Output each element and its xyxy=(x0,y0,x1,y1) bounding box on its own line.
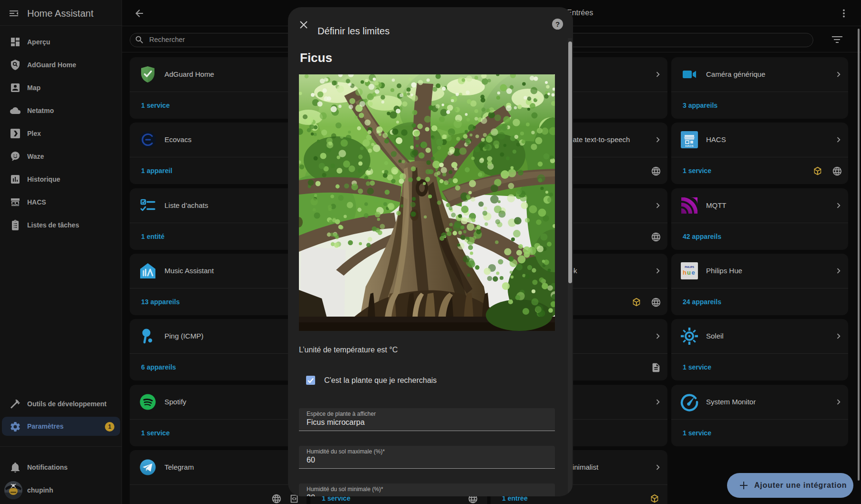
svg-text:h: h xyxy=(683,269,687,276)
svg-text:e: e xyxy=(691,269,695,276)
svg-text:HACS: HACS xyxy=(685,144,694,147)
svg-text:u: u xyxy=(687,269,691,276)
svg-text:PHILIPS: PHILIPS xyxy=(685,266,694,268)
